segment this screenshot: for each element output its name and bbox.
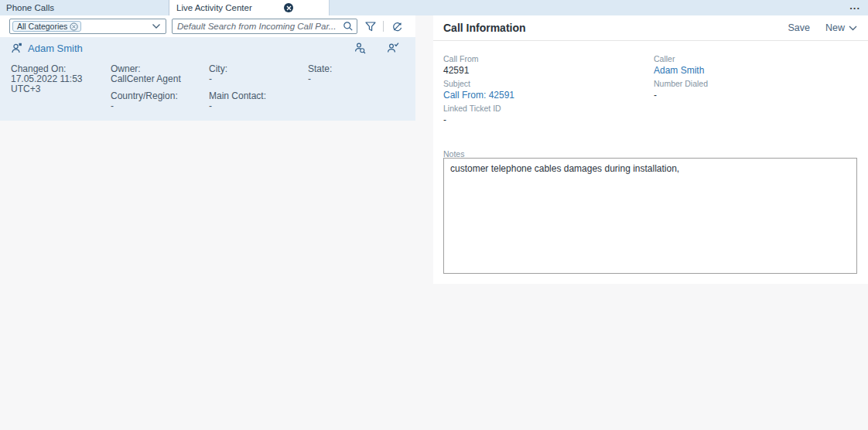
country-region-label: Country/Region: <box>111 91 203 101</box>
panel-title: Call Information <box>443 22 526 34</box>
call-from-label: Call From <box>443 54 479 63</box>
category-token-label: All Categories <box>17 22 67 31</box>
save-button-label: Save <box>788 22 810 33</box>
caller-value-link[interactable]: Adam Smith <box>654 66 704 76</box>
field-main-contact: Main Contact: - <box>209 91 294 111</box>
field-subject: Subject Call From: 42591 <box>443 79 514 101</box>
linked-ticket-id-label: Linked Ticket ID <box>443 104 501 113</box>
field-linked-ticket-id: Linked Ticket ID - <box>443 104 501 125</box>
caller-label: Caller <box>654 54 704 63</box>
field-caller: Caller Adam Smith <box>654 54 704 76</box>
contact-icon <box>11 43 22 54</box>
state-label: State: <box>308 64 370 74</box>
toolbar-separator <box>383 21 384 32</box>
field-call-from: Call From 42591 <box>443 54 479 76</box>
number-dialed-label: Number Dialed <box>654 79 708 88</box>
new-chevron-down-icon <box>849 26 857 31</box>
contact-card[interactable]: Adam Smith Changed On: 17.05.2022 11:53 … <box>0 37 415 121</box>
new-button[interactable]: New <box>825 22 857 33</box>
field-country-region: Country/Region: - <box>111 91 203 111</box>
search-box <box>172 19 357 34</box>
history-reset-icon[interactable] <box>389 19 405 34</box>
search-icon[interactable] <box>340 19 357 33</box>
country-region-value: - <box>111 101 203 111</box>
city-value: - <box>209 74 294 84</box>
subject-value-link[interactable]: Call From: 42591 <box>443 90 514 101</box>
tab-phone-calls-label: Phone Calls <box>6 3 54 12</box>
notes-textarea[interactable]: customer telephone cables damages during… <box>443 158 857 274</box>
category-select[interactable]: All Categories <box>9 19 166 34</box>
main-contact-value: - <box>209 101 294 111</box>
close-tab-icon[interactable] <box>284 3 293 12</box>
linked-ticket-id-value: - <box>443 115 501 125</box>
token-remove-icon[interactable] <box>70 22 78 31</box>
chevron-down-icon <box>152 23 161 29</box>
tab-live-activity-center[interactable]: Live Activity Center <box>169 0 330 15</box>
search-input[interactable] <box>173 22 340 31</box>
city-label: City: <box>209 64 294 74</box>
contact-name-link[interactable]: Adam Smith <box>28 43 83 54</box>
owner-value: CallCenter Agent <box>111 74 203 84</box>
tab-bar: Phone Calls Live Activity Center ... <box>0 0 868 15</box>
field-state: State: - <box>308 64 370 84</box>
call-from-value: 42591 <box>443 66 479 76</box>
call-information-panel: Call Information Save New Call From 4259… <box>433 15 868 284</box>
save-button[interactable]: Save <box>788 22 810 33</box>
state-value: - <box>308 74 370 84</box>
overflow-menu-icon[interactable]: ... <box>849 1 860 12</box>
field-city: City: - <box>209 64 294 84</box>
filter-toolbar: All Categories <box>0 15 415 37</box>
number-dialed-value: - <box>654 90 708 101</box>
panel-header: Call Information Save New <box>433 15 868 41</box>
category-token: All Categories <box>12 21 81 32</box>
find-contact-icon[interactable] <box>353 41 367 55</box>
left-panel: All Categories <box>0 15 415 430</box>
field-changed-on: Changed On: 17.05.2022 11:53 UTC+3 <box>11 64 104 94</box>
filter-icon[interactable] <box>363 19 378 34</box>
changed-on-value: 17.05.2022 11:53 UTC+3 <box>11 74 104 94</box>
field-number-dialed: Number Dialed - <box>654 79 708 101</box>
tab-live-activity-center-label: Live Activity Center <box>176 3 252 12</box>
main-contact-label: Main Contact: <box>209 91 294 101</box>
subject-label: Subject <box>443 79 514 88</box>
tab-phone-calls[interactable]: Phone Calls <box>0 0 169 15</box>
new-button-label: New <box>825 22 845 33</box>
confirm-contact-icon[interactable] <box>385 41 399 55</box>
field-owner: Owner: CallCenter Agent <box>111 64 203 84</box>
